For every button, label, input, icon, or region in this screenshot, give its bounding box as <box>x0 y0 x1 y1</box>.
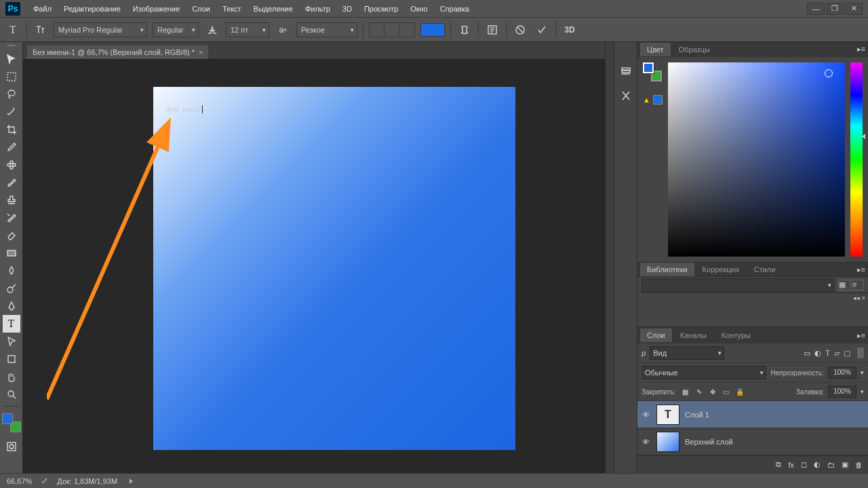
shape-tool-icon[interactable] <box>3 350 20 368</box>
filter-shape-icon[interactable]: ▱ <box>834 349 840 358</box>
text-color-swatch[interactable] <box>420 23 445 37</box>
align-left-icon[interactable] <box>370 23 384 37</box>
color-swatches[interactable] <box>2 413 21 432</box>
antialias-dropdown[interactable]: Резкое <box>296 22 357 37</box>
zoom-level[interactable]: 66,67% <box>7 477 32 485</box>
panel-menu-icon[interactable]: ▸≡ <box>857 331 865 340</box>
menu-window[interactable]: Окно <box>404 0 434 17</box>
library-dropdown[interactable] <box>642 278 834 292</box>
layer-fx-icon[interactable]: fx <box>788 461 794 469</box>
visibility-icon[interactable]: 👁 <box>640 438 651 446</box>
filter-image-icon[interactable]: ▭ <box>804 349 810 358</box>
align-center-icon[interactable] <box>384 23 399 37</box>
menu-edit[interactable]: Редактирование <box>58 0 127 17</box>
char-panel-icon[interactable] <box>484 22 500 38</box>
gradient-tool-icon[interactable] <box>3 244 20 262</box>
maximize-icon[interactable]: ❐ <box>826 3 844 15</box>
align-right-icon[interactable] <box>399 23 414 37</box>
brush-tool-icon[interactable] <box>3 174 20 191</box>
properties-panel-icon[interactable] <box>617 87 635 105</box>
tab-styles[interactable]: Стили <box>747 263 783 276</box>
menu-layers[interactable]: Слои <box>186 0 216 17</box>
color-field[interactable] <box>668 62 845 257</box>
font-size-dropdown[interactable]: 12 пт <box>226 22 269 37</box>
blur-tool-icon[interactable] <box>3 262 20 280</box>
color-panel-swatches[interactable] <box>643 62 662 81</box>
3d-icon[interactable]: 3D <box>561 22 578 38</box>
tab-layers[interactable]: Слои <box>640 329 672 342</box>
menu-view[interactable]: Просмотр <box>358 0 404 17</box>
filter-toggle[interactable] <box>857 348 864 358</box>
layer-name[interactable]: Верхний слой <box>685 438 733 446</box>
grid-view-icon[interactable]: ▦ <box>838 280 850 290</box>
lock-nest-icon[interactable]: ▭ <box>721 386 732 397</box>
fill-input[interactable]: 100% <box>828 386 856 398</box>
close-icon[interactable]: ✕ <box>845 3 863 15</box>
lock-paint-icon[interactable]: ✎ <box>694 386 705 397</box>
cancel-icon[interactable] <box>512 22 528 38</box>
canvas-text-layer[interactable]: Это текст <box>165 95 203 117</box>
list-view-icon[interactable]: ≡ <box>852 280 864 290</box>
tab-paths[interactable]: Контуры <box>715 329 757 342</box>
menu-help[interactable]: Справка <box>434 0 475 17</box>
blend-mode-dropdown[interactable]: Обычные <box>642 366 766 379</box>
layer-item[interactable]: 👁 Верхний слой <box>637 428 868 455</box>
menu-image[interactable]: Изображение <box>127 0 186 17</box>
font-family-dropdown[interactable]: Myriad Pro Regular <box>54 22 147 37</box>
commit-icon[interactable] <box>534 22 550 38</box>
font-style-dropdown[interactable]: Regular <box>153 22 199 37</box>
lock-all-icon[interactable]: 🔒 <box>734 386 745 397</box>
adjustment-layer-icon[interactable]: ◐ <box>814 460 821 469</box>
delete-layer-icon[interactable]: 🗑 <box>855 461 863 469</box>
pen-tool-icon[interactable] <box>3 297 20 315</box>
panel-collapse-strip[interactable] <box>605 42 614 473</box>
eraser-tool-icon[interactable] <box>3 227 20 244</box>
layer-filter-dropdown[interactable]: Вид <box>650 346 724 360</box>
status-menu-icon[interactable] <box>130 478 133 484</box>
menu-3d[interactable]: 3D <box>336 0 358 17</box>
marquee-tool-icon[interactable] <box>3 68 20 86</box>
opacity-input[interactable]: 100% <box>828 367 856 379</box>
tab-color[interactable]: Цвет <box>640 43 671 56</box>
tab-close-icon[interactable]: × <box>199 48 203 56</box>
warning-color-swatch[interactable] <box>653 95 663 105</box>
filter-adjust-icon[interactable]: ◐ <box>814 349 821 358</box>
link-layers-icon[interactable]: ⧉ <box>776 460 781 469</box>
stamp-tool-icon[interactable] <box>3 191 20 209</box>
menu-filter[interactable]: Фильтр <box>299 0 336 17</box>
history-brush-tool-icon[interactable] <box>3 209 20 227</box>
menu-text[interactable]: Текст <box>216 0 248 17</box>
path-select-tool-icon[interactable] <box>3 333 20 350</box>
lock-pixels-icon[interactable]: ▦ <box>680 386 691 397</box>
lock-position-icon[interactable]: ✥ <box>707 386 718 397</box>
filter-smart-icon[interactable]: ▢ <box>844 349 850 358</box>
tab-libraries[interactable]: Библиотеки <box>640 263 694 276</box>
crop-tool-icon[interactable] <box>3 121 20 138</box>
minimize-icon[interactable]: — <box>807 3 825 15</box>
move-tool-icon[interactable] <box>3 50 20 68</box>
menu-select[interactable]: Выделение <box>248 0 299 17</box>
eyedropper-tool-icon[interactable] <box>3 138 20 156</box>
canvas[interactable] <box>153 87 515 450</box>
panel-menu-icon[interactable]: ▸≡ <box>857 45 865 54</box>
wand-tool-icon[interactable] <box>3 103 20 121</box>
hand-tool-icon[interactable] <box>3 368 20 386</box>
expose-icon[interactable]: ⤢ <box>41 476 47 485</box>
panel-menu-icon[interactable]: ▸≡ <box>857 265 865 274</box>
type-tool-icon[interactable]: T <box>3 315 20 333</box>
quickmask-icon[interactable] <box>3 438 20 455</box>
history-panel-icon[interactable] <box>617 62 635 80</box>
filter-type-icon[interactable]: T <box>825 349 830 357</box>
hue-slider[interactable] <box>850 62 863 257</box>
tab-swatches[interactable]: Образцы <box>672 43 717 56</box>
warp-text-icon[interactable] <box>456 22 473 38</box>
text-orientation-icon[interactable] <box>32 22 48 38</box>
zoom-tool-icon[interactable] <box>3 386 20 403</box>
menu-file[interactable]: Файл <box>27 0 58 17</box>
lasso-tool-icon[interactable] <box>3 86 20 103</box>
layer-mask-icon[interactable]: ◻ <box>801 460 807 469</box>
layer-name[interactable]: Слой 1 <box>685 411 709 419</box>
tab-channels[interactable]: Каналы <box>673 329 713 342</box>
layer-item[interactable]: 👁 T Слой 1 <box>637 401 868 428</box>
heal-tool-icon[interactable] <box>3 156 20 174</box>
